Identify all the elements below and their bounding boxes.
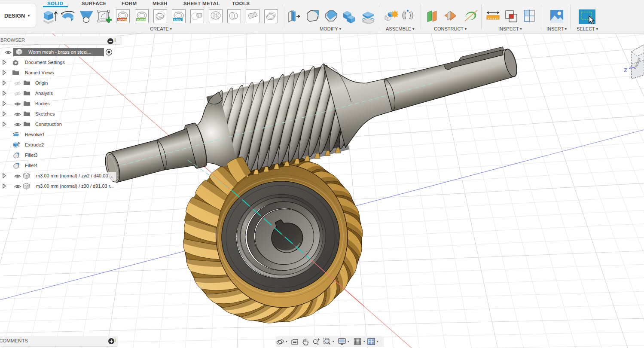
svg-text:MEDIUM: MEDIUM (137, 18, 147, 21)
svg-text:ADVANCED: ADVANCED (118, 18, 129, 21)
svg-text:Z: Z (624, 67, 627, 73)
svg-text:BASIC: BASIC (174, 18, 181, 21)
